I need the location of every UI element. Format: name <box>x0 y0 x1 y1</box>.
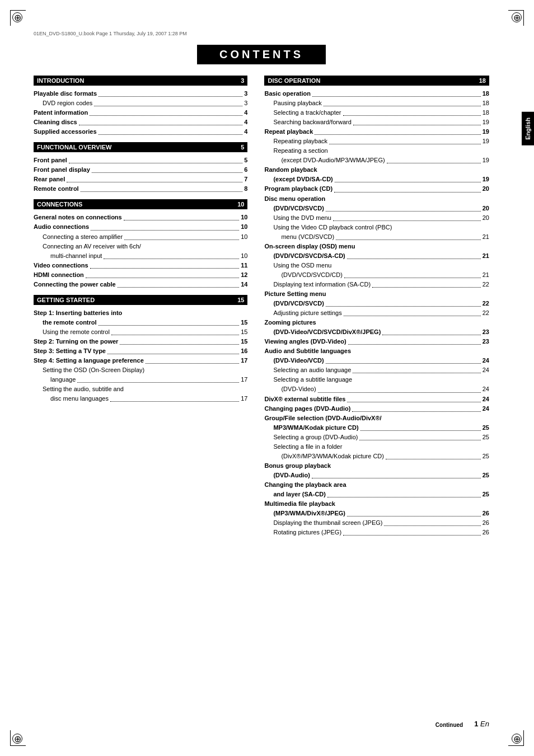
toc-label: Picture Setting menu <box>264 289 326 299</box>
toc-page-num: 10 <box>241 222 247 232</box>
toc-entry: On-screen display (OSD) menu <box>264 242 489 251</box>
toc-entry: (except DVD/SA-CD)19 <box>264 175 489 184</box>
toc-dots <box>386 452 481 459</box>
page-header: 01EN_DVD-S1800_U.book Page 1 Thursday, J… <box>34 31 500 36</box>
toc-entry: Cleaning discs4 <box>34 118 247 127</box>
main-content: CONTENTS INTRODUCTION3Playable disc form… <box>34 45 489 722</box>
toc-label: Displaying the thumbnail screen (JPEG) <box>273 518 382 528</box>
toc-entry: (MP3/WMA/DivX®/JPEG)26 <box>264 509 489 518</box>
toc-dots <box>315 127 480 135</box>
toc-label: Audio and Subtitle languages <box>264 346 351 356</box>
toc-label: Selecting a file in a folder <box>273 442 342 452</box>
toc-entry: Front panel5 <box>34 156 247 165</box>
toc-label: Connecting the power cable <box>34 280 116 289</box>
toc-label: (DivX®/MP3/WMA/Kodak picture CD) <box>281 452 384 461</box>
toc-entry: Remote control8 <box>34 184 247 194</box>
toc-entry: Connecting a stereo amplifier10 <box>34 232 247 242</box>
toc-page-num: 19 <box>483 137 489 146</box>
toc-label: Using the OSD menu <box>273 261 331 270</box>
toc-dots <box>86 270 239 278</box>
toc-entry: disc menu languages17 <box>34 394 247 403</box>
toc-page-num: 16 <box>241 346 247 356</box>
toc-label: Adjusting picture settings <box>273 308 341 318</box>
toc-entry: multi-channel input10 <box>34 251 247 261</box>
toc-page-num: 20 <box>483 184 489 194</box>
toc-label: Front panel display <box>34 165 90 175</box>
toc-dots <box>326 299 481 307</box>
toc-page-num: 25 <box>483 452 489 461</box>
toc-page-num: 26 <box>483 518 489 528</box>
toc-entry: Basic operation18 <box>264 89 489 98</box>
toc-label: Setting the audio, subtitle and <box>43 384 124 394</box>
section-header-disc_operation: DISC OPERATION18 <box>264 76 489 86</box>
toc-entry: Playable disc formats3 <box>34 89 247 98</box>
toc-page-num: 22 <box>483 308 489 318</box>
toc-entry: Displaying the thumbnail screen (JPEG)26 <box>264 518 489 528</box>
toc-entry: Step 1: Inserting batteries into <box>34 308 247 318</box>
toc-dots <box>120 337 239 345</box>
toc-dots <box>333 213 481 221</box>
toc-dots <box>79 118 243 125</box>
toc-label: Using the Video CD playback control (PBC… <box>273 223 392 232</box>
toc-page-num: 20 <box>483 213 489 223</box>
toc-page-num: 12 <box>241 270 247 280</box>
toc-dots <box>329 137 481 144</box>
toc-entry: DivX® external subtitle files24 <box>264 395 489 404</box>
header-text: 01EN_DVD-S1800_U.book Page 1 Thursday, J… <box>34 31 187 36</box>
toc-label: disc menu languages <box>50 394 109 403</box>
toc-columns: INTRODUCTION3Playable disc formats3DVD r… <box>34 76 489 543</box>
toc-entry: (except DVD-Audio/MP3/WMA/JPEG)19 <box>264 156 489 165</box>
toc-label: Viewing angles (DVD-Video) <box>264 337 346 346</box>
section-header-page: 15 <box>237 297 244 303</box>
contents-title: CONTENTS <box>197 45 326 64</box>
toc-dots <box>92 165 242 173</box>
toc-dots <box>359 433 480 440</box>
section-header-functional_overview: FUNCTIONAL OVERVIEW5 <box>34 142 247 152</box>
toc-label: Front panel <box>34 156 67 165</box>
toc-label: Using the DVD menu <box>273 213 331 223</box>
toc-entry: Video connections11 <box>34 261 247 270</box>
toc-label: Multimedia file playback <box>264 499 335 509</box>
toc-page-num: 19 <box>483 156 489 165</box>
toc-entry: MP3/WMA/Kodak picture CD)25 <box>264 423 489 433</box>
toc-entry: Repeat playback19 <box>264 127 489 137</box>
toc-dots <box>111 327 239 335</box>
toc-entry: Selecting a group (DVD-Audio)25 <box>264 433 489 442</box>
toc-dots <box>326 356 481 364</box>
toc-dots <box>91 222 239 230</box>
toc-page-num: 3 <box>244 89 247 98</box>
toc-page-num: 4 <box>244 118 247 127</box>
section-header-label: GETTING STARTED <box>37 297 95 303</box>
toc-entry: Rotating pictures (JPEG)26 <box>264 528 489 537</box>
toc-page-num: 25 <box>483 423 489 433</box>
toc-entry: Pausing playback18 <box>264 98 489 108</box>
toc-page-num: 25 <box>483 490 489 499</box>
toc-label: Repeating a section <box>273 146 327 156</box>
toc-page-num: 17 <box>241 356 247 365</box>
toc-page-num: 4 <box>244 127 247 137</box>
toc-label: Step 1: Inserting batteries into <box>34 308 122 318</box>
contents-heading: CONTENTS <box>34 45 489 64</box>
toc-label: Selecting an audio language <box>273 365 351 375</box>
toc-label: Changing the playback area <box>264 480 346 490</box>
toc-label: (DVD/VCD/SVCD/SA-CD) <box>273 251 345 261</box>
toc-label: Random playback <box>264 165 317 175</box>
toc-page-num: 23 <box>483 337 489 346</box>
toc-dots <box>353 365 480 373</box>
toc-entry: DVD region codes3 <box>34 98 247 108</box>
toc-label: Cleaning discs <box>34 118 77 127</box>
toc-label: (except DVD-Audio/MP3/WMA/JPEG) <box>281 156 385 165</box>
toc-label: Setting the OSD (On-Screen Display) <box>43 365 144 375</box>
toc-dots <box>90 108 242 116</box>
toc-entry: Repeating a section <box>264 146 489 156</box>
toc-dots <box>99 89 242 97</box>
toc-dots <box>343 108 481 116</box>
toc-dots <box>347 395 480 402</box>
section-header-introduction: INTRODUCTION3 <box>34 76 247 86</box>
toc-page-num: 6 <box>244 165 247 175</box>
section-header-page: 3 <box>241 77 244 84</box>
toc-entry: Selecting a track/chapter18 <box>264 108 489 118</box>
toc-dots <box>334 184 481 192</box>
toc-entry: Searching backward/forward19 <box>264 118 489 127</box>
toc-page-num: 20 <box>483 204 489 213</box>
